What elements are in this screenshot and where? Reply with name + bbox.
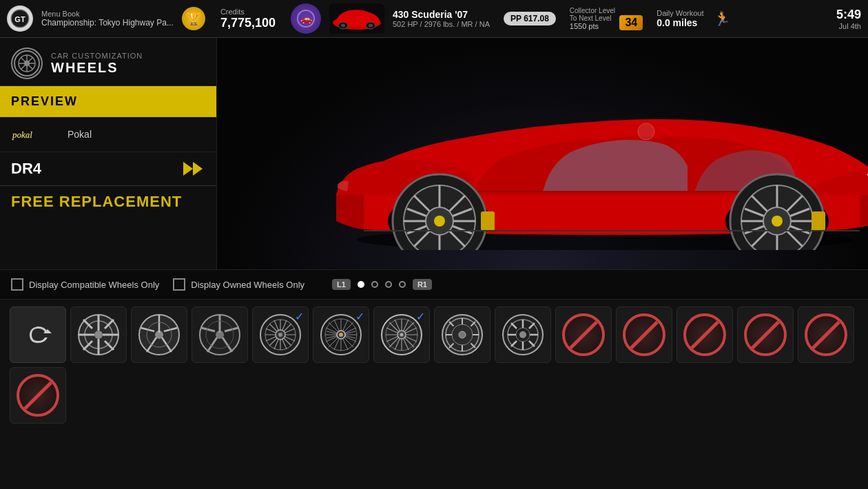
- r1-badge: R1: [413, 279, 432, 290]
- collector-level-badge: 34: [619, 15, 643, 30]
- svg-point-88: [278, 333, 282, 337]
- credits-label: Credits: [220, 8, 276, 16]
- no-entry-icon: [683, 313, 726, 356]
- pp-badge: PP 617.08: [504, 12, 556, 25]
- daily-workout-label: Daily Workout: [657, 9, 703, 17]
- wheel-item-locked[interactable]: [798, 306, 854, 363]
- owned-wheels-label: Display Owned Wheels Only: [191, 280, 304, 290]
- dot-4: [399, 281, 406, 288]
- svg-text:GT: GT: [14, 15, 25, 23]
- svg-rect-35: [812, 211, 825, 231]
- wheel-item[interactable]: ✓: [313, 306, 369, 363]
- next-arrows-icon[interactable]: [180, 159, 205, 178]
- wheel-name: DR4: [11, 160, 41, 178]
- wheel-item[interactable]: [192, 306, 248, 363]
- wheel-icon: [11, 48, 43, 79]
- compatible-wheels-checkbox[interactable]: [11, 278, 23, 291]
- collector-pts: 1550 pts: [570, 22, 612, 30]
- trophy-icon: 🏆: [182, 7, 205, 30]
- svg-point-36: [638, 123, 654, 140]
- wheels-header: CAR CUSTOMIZATION WHEELS: [0, 38, 216, 86]
- wheel-grid: ✓ ✓: [0, 300, 868, 489]
- car-customization-label: CAR CUSTOMIZATION: [51, 52, 143, 60]
- svg-point-138: [519, 331, 526, 338]
- no-entry-icon: [623, 313, 665, 356]
- brand-name: Pokal: [68, 129, 92, 140]
- l1-badge: L1: [332, 279, 351, 290]
- wheel-item[interactable]: [70, 306, 127, 363]
- svg-point-114: [400, 333, 404, 337]
- dot-2: [371, 281, 378, 288]
- owned-wheels-filter[interactable]: Display Owned Wheels Only: [173, 278, 304, 291]
- wheel-item[interactable]: [131, 306, 187, 363]
- car-name: 430 Scuderia '07: [393, 9, 490, 20]
- wheel-selected-check: ✓: [295, 310, 304, 323]
- svg-rect-24: [481, 211, 495, 231]
- wheel-item[interactable]: ✓: [252, 306, 309, 363]
- wheel-selected-check: ✓: [355, 310, 364, 323]
- credits-value: 7,775,100: [220, 16, 276, 30]
- filter-row: Display Compatible Wheels Only Display O…: [0, 269, 868, 300]
- svg-marker-48: [193, 162, 203, 176]
- car-background: [217, 38, 868, 269]
- daily-workout-section: Daily Workout 0.0 miles: [657, 9, 703, 28]
- compatible-wheels-filter[interactable]: Display Compatible Wheels Only: [11, 278, 159, 291]
- car-display-area: [217, 38, 868, 269]
- car-icon-circle: 🚗: [291, 3, 321, 34]
- wheel-item-locked[interactable]: [10, 367, 66, 424]
- svg-point-23: [434, 216, 445, 227]
- nav-dots: L1 R1: [332, 279, 432, 290]
- collector-section: Collector Level To Next Level 1550 pts 3…: [570, 7, 643, 30]
- svg-point-52: [94, 331, 103, 339]
- collector-level-label: Collector Level: [570, 7, 643, 14]
- no-entry-icon: [17, 374, 59, 417]
- svg-point-102: [339, 333, 343, 337]
- svg-point-9: [369, 24, 373, 28]
- svg-point-34: [772, 216, 783, 227]
- wheel-item-locked[interactable]: [737, 306, 794, 363]
- wheels-title-group: CAR CUSTOMIZATION WHEELS: [51, 52, 143, 76]
- wheel-item[interactable]: ✓: [373, 306, 430, 363]
- time-display: 5:49: [836, 8, 861, 22]
- dot-1: [358, 281, 364, 288]
- runner-icon: 🏃: [712, 8, 732, 29]
- time-section: 5:49 Jul 4th: [836, 8, 861, 30]
- owned-wheels-checkbox[interactable]: [173, 278, 185, 291]
- wheel-item-locked[interactable]: [555, 306, 612, 363]
- svg-marker-47: [183, 162, 193, 176]
- date-display: Jul 4th: [839, 22, 861, 30]
- wheel-selected-check: ✓: [416, 310, 425, 323]
- no-entry-icon: [562, 313, 605, 356]
- menu-book-label: Menu Book: [41, 10, 174, 18]
- compatible-wheels-label: Display Compatible Wheels Only: [29, 280, 159, 290]
- wheel-item[interactable]: [495, 306, 551, 363]
- car-specs: 502 HP / 2976 lbs. / MR / NA: [393, 20, 490, 28]
- car-thumbnail: [329, 3, 384, 34]
- free-replacement-label: FREE REPLACEMENT: [0, 186, 216, 218]
- preview-button[interactable]: PREVIEW: [0, 86, 216, 117]
- wheels-label: WHEELS: [51, 60, 143, 76]
- no-entry-icon: [805, 313, 847, 356]
- brand-row: pokal pokal Pokal: [0, 117, 216, 152]
- wheel-refresh-button[interactable]: [10, 306, 66, 363]
- svg-point-8: [341, 24, 345, 28]
- car-info: 430 Scuderia '07 502 HP / 2976 lbs. / MR…: [393, 9, 490, 28]
- menu-book-section: Menu Book Championship: Tokyo Highway Pa…: [41, 10, 174, 28]
- brand-logo: pokal pokal: [11, 127, 59, 142]
- dot-3: [385, 281, 392, 288]
- svg-point-126: [459, 331, 466, 338]
- svg-text:🚗: 🚗: [300, 13, 312, 25]
- topbar: GT Menu Book Championship: Tokyo Highway…: [0, 0, 868, 38]
- no-entry-icon: [744, 313, 787, 356]
- credits-section: Credits 7,775,100: [220, 8, 276, 30]
- wheel-item-locked[interactable]: [616, 306, 672, 363]
- daily-workout-miles: 0.0 miles: [657, 17, 703, 28]
- wheel-item-locked[interactable]: [676, 306, 733, 363]
- wheel-name-row: DR4: [0, 152, 216, 186]
- menu-book-sub: Championship: Tokyo Highway Pa...: [41, 18, 174, 28]
- wheel-item[interactable]: [434, 306, 490, 363]
- collector-next-label: To Next Level: [570, 14, 612, 22]
- svg-text:pokal: pokal: [12, 129, 32, 140]
- gt-logo: GT: [7, 6, 33, 32]
